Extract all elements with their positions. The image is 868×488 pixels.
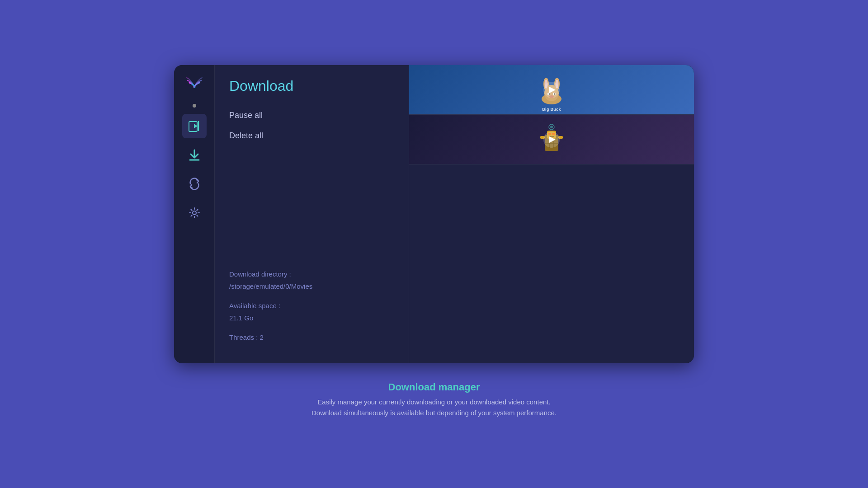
thumbnail-label-big-buck: Big Buck bbox=[409, 107, 694, 112]
sidebar-item-media-library[interactable] bbox=[182, 114, 207, 138]
delete-all-button[interactable]: Delete all bbox=[229, 127, 394, 144]
caption-area: Download manager Easily manage your curr… bbox=[302, 371, 566, 423]
svg-point-28 bbox=[550, 126, 553, 128]
left-panel: Download Pause all Delete all Download d… bbox=[215, 65, 409, 363]
thumbnail-metropolis bbox=[409, 115, 694, 164]
sidebar-item-settings[interactable] bbox=[182, 201, 207, 225]
download-dir-value: /storage/emulated/0/Movies bbox=[229, 280, 394, 292]
caption-line2: Download simultaneously is available but… bbox=[311, 408, 557, 418]
threads-block: Threads : 2 bbox=[229, 331, 394, 343]
app-window: Download Pause all Delete all Download d… bbox=[174, 65, 694, 363]
svg-point-5 bbox=[193, 211, 196, 215]
download-item-big-buck-bunny[interactable]: Big Buck Big Buck Bunny http://42.downlo… bbox=[409, 65, 694, 115]
sidebar-item-download[interactable] bbox=[182, 143, 207, 167]
caption-line1: Easily manage your currently downloading… bbox=[311, 397, 557, 408]
page-title: Download bbox=[229, 78, 394, 94]
download-dir-block: Download directory : /storage/emulated/0… bbox=[229, 268, 394, 292]
pause-all-button[interactable]: Pause all bbox=[229, 107, 394, 124]
play-button-metropolis[interactable] bbox=[543, 131, 560, 148]
download-dir-label: Download directory : bbox=[229, 268, 394, 280]
sidebar bbox=[174, 65, 215, 363]
available-space-block: Available space : 21.1 Go bbox=[229, 300, 394, 324]
download-list: Big Buck Big Buck Bunny http://42.downlo… bbox=[409, 65, 694, 363]
play-button-big-buck[interactable] bbox=[543, 82, 560, 98]
svg-point-0 bbox=[193, 86, 195, 88]
sidebar-logo bbox=[184, 71, 205, 93]
caption-title: Download manager bbox=[311, 381, 557, 393]
info-section: Download directory : /storage/emulated/0… bbox=[229, 268, 394, 351]
sidebar-item-sync[interactable] bbox=[182, 172, 207, 196]
threads-value: 2 bbox=[260, 333, 264, 341]
download-item-metropolis[interactable]: Metropolis http://40.download.real-debri… bbox=[409, 115, 694, 164]
sidebar-indicator bbox=[193, 104, 196, 108]
available-space-value: 21.1 Go bbox=[229, 312, 394, 324]
thumbnail-big-buck-bunny: Big Buck bbox=[409, 65, 694, 114]
available-space-label: Available space : bbox=[229, 300, 394, 312]
threads-label: Threads : bbox=[229, 333, 258, 341]
